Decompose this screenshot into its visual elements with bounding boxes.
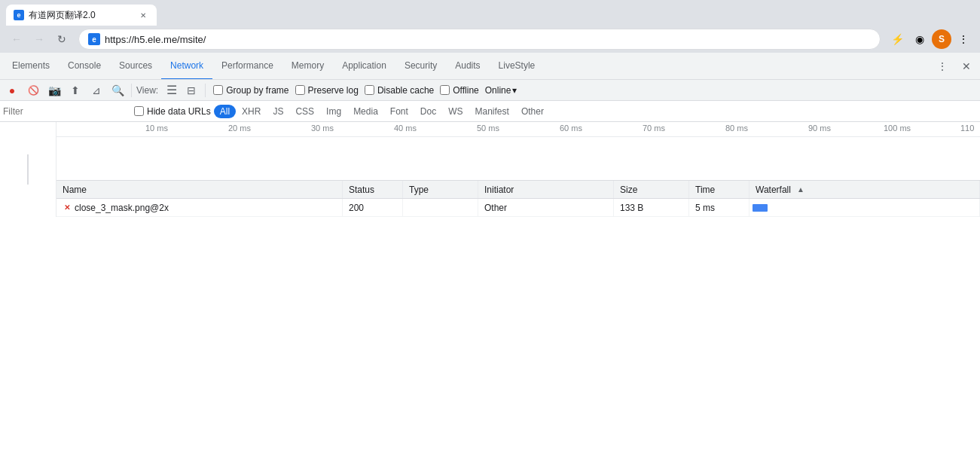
tab-network[interactable]: Network <box>161 53 212 80</box>
browser-tab[interactable]: e 有道网页翻译2.0 ✕ <box>6 5 157 26</box>
cell-size: 133 B <box>614 199 689 216</box>
nav-buttons: ← → ↻ <box>6 29 72 50</box>
tick-90ms: 90 ms <box>808 124 831 133</box>
hide-data-urls-label: Hide data URLs <box>147 106 211 117</box>
tick-70ms: 70 ms <box>643 124 665 133</box>
filter-button[interactable]: ⊿ <box>87 81 105 99</box>
filter-chip-ws[interactable]: WS <box>442 105 469 118</box>
cell-waterfall <box>750 199 980 216</box>
tick-50ms: 50 ms <box>477 124 499 133</box>
offline-checkbox[interactable] <box>440 85 450 95</box>
import-har-button[interactable]: ⬆ <box>66 81 84 99</box>
browser-chrome: e 有道网页翻译2.0 ✕ ← → ↻ e https://h5.ele.me/… <box>0 0 980 53</box>
view-detail-button[interactable]: ⊟ <box>182 81 200 99</box>
tab-memory[interactable]: Memory <box>282 53 333 80</box>
filter-chip-all[interactable]: All <box>214 105 236 118</box>
disable-cache-label: Disable cache <box>377 85 434 96</box>
page-left-sidebar <box>0 122 56 217</box>
col-header-status[interactable]: Status <box>343 181 403 198</box>
tab-audits[interactable]: Audits <box>446 53 489 80</box>
timeline-ruler: 10 ms 20 ms 30 ms 40 ms 50 ms 60 ms 70 m… <box>56 122 980 137</box>
col-header-type[interactable]: Type <box>403 181 478 198</box>
filter-chip-img[interactable]: Img <box>320 105 347 118</box>
waterfall-bar <box>753 204 768 212</box>
hide-data-urls-checkbox[interactable] <box>134 106 144 116</box>
col-header-size[interactable]: Size <box>614 181 689 198</box>
network-table-body: ✕ close_3_mask.png@2x 200 Other 133 B <box>56 199 980 217</box>
table-header: Name Status Type Initiator Size Time <box>56 181 980 199</box>
tab-livestyle[interactable]: LiveStyle <box>490 53 545 80</box>
tick-40ms: 40 ms <box>394 124 417 133</box>
tab-application[interactable]: Application <box>333 53 395 80</box>
tick-30ms: 30 ms <box>311 124 334 133</box>
filter-chip-other[interactable]: Other <box>515 105 550 118</box>
tab-console[interactable]: Console <box>59 53 110 80</box>
hide-data-urls-group: Hide data URLs <box>134 106 211 117</box>
view-buttons: ☰ ⊟ <box>163 81 200 99</box>
view-list-button[interactable]: ☰ <box>163 81 181 99</box>
offline-label: Offline <box>453 85 478 96</box>
tab-favicon: e <box>14 10 24 20</box>
devtools-panel: Elements Console Sources Network Perform… <box>0 53 980 217</box>
filter-chip-doc[interactable]: Doc <box>414 105 442 118</box>
tab-security[interactable]: Security <box>395 53 446 80</box>
filter-chip-xhr[interactable]: XHR <box>236 105 267 118</box>
address-bar-row: ← → ↻ e https://h5.ele.me/msite/ ⚡ ◉ S ⋮ <box>0 26 980 53</box>
cell-type <box>403 199 478 216</box>
clear-button[interactable]: 🚫 <box>24 81 42 99</box>
filter-chip-manifest[interactable]: Manifest <box>469 105 515 118</box>
offline-group: Offline <box>440 85 478 96</box>
col-header-initiator[interactable]: Initiator <box>478 181 614 198</box>
group-by-frame-group: Group by frame <box>213 85 289 96</box>
view-label: View: <box>136 85 158 96</box>
address-favicon: e <box>88 33 100 45</box>
tab-elements[interactable]: Elements <box>3 53 59 80</box>
col-header-waterfall[interactable]: Waterfall ▲ <box>750 181 980 198</box>
tab-performance[interactable]: Performance <box>212 53 282 80</box>
filter-chip-font[interactable]: Font <box>384 105 414 118</box>
col-header-name[interactable]: Name <box>56 181 343 198</box>
extensions-button[interactable]: ⚡ <box>887 29 908 50</box>
tab-sources[interactable]: Sources <box>110 53 161 80</box>
address-text: https://h5.ele.me/msite/ <box>105 34 871 45</box>
tick-110: 110 <box>960 124 974 133</box>
disable-cache-group: Disable cache <box>365 85 434 96</box>
table-row[interactable]: ✕ close_3_mask.png@2x 200 Other 133 B <box>56 199 980 217</box>
devtools-more-button[interactable]: ⋮ <box>932 56 953 77</box>
preserve-log-group: Preserve log <box>295 85 359 96</box>
record-button[interactable]: ● <box>3 81 21 99</box>
filter-chip-media[interactable]: Media <box>347 105 384 118</box>
capture-screenshot-button[interactable]: 📷 <box>45 81 63 99</box>
cell-time: 5 ms <box>689 199 750 216</box>
group-by-frame-checkbox[interactable] <box>213 85 223 95</box>
network-main-area: 10 ms 20 ms 30 ms 40 ms 50 ms 60 ms 70 m… <box>56 122 980 217</box>
devtools-close-button[interactable]: ✕ <box>956 56 977 77</box>
filter-input[interactable] <box>3 106 131 117</box>
address-bar[interactable]: e https://h5.ele.me/msite/ <box>78 29 881 50</box>
preserve-log-label: Preserve log <box>308 85 359 96</box>
toolbar-separator-1 <box>131 84 132 97</box>
tab-close-button[interactable]: ✕ <box>137 9 149 21</box>
forward-button[interactable]: → <box>29 29 50 50</box>
cell-name: ✕ close_3_mask.png@2x <box>56 199 343 216</box>
cast-button[interactable]: ◉ <box>909 29 930 50</box>
filter-chip-js[interactable]: JS <box>267 105 289 118</box>
timeline-content <box>56 137 980 181</box>
filter-chip-css[interactable]: CSS <box>289 105 320 118</box>
cell-initiator: Other <box>478 199 614 216</box>
browser-actions: ⚡ ◉ S ⋮ <box>887 29 974 50</box>
col-header-time[interactable]: Time <box>689 181 750 198</box>
back-button[interactable]: ← <box>6 29 27 50</box>
search-button[interactable]: 🔍 <box>108 81 127 99</box>
throttle-dropdown[interactable]: Online ▾ <box>485 85 517 96</box>
tab-bar: e 有道网页翻译2.0 ✕ <box>0 0 980 26</box>
timeline-area: 10 ms 20 ms 30 ms 40 ms 50 ms 60 ms 70 m… <box>56 122 980 181</box>
disable-cache-checkbox[interactable] <box>365 85 374 95</box>
tick-60ms: 60 ms <box>560 124 582 133</box>
preserve-log-checkbox[interactable] <box>295 85 305 95</box>
tick-20ms: 20 ms <box>228 124 251 133</box>
tick-80ms: 80 ms <box>725 124 748 133</box>
more-button[interactable]: ⋮ <box>953 29 974 50</box>
profile-button[interactable]: S <box>932 29 951 49</box>
reload-button[interactable]: ↻ <box>51 29 72 50</box>
